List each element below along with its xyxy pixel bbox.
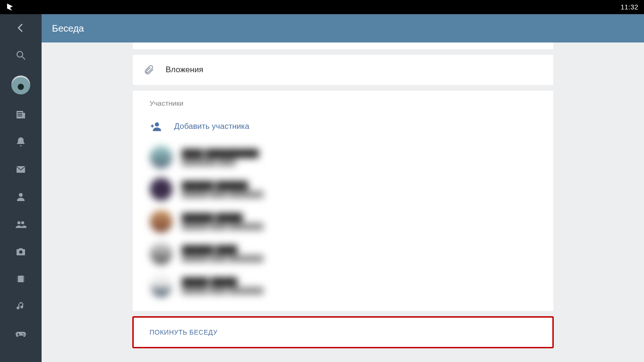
participant-row[interactable]: ██████ ████████████ ████ ████████ [148,173,538,205]
svg-point-24 [155,122,159,126]
avatar[interactable] [11,76,30,94]
back-button[interactable] [9,21,32,35]
svg-point-19 [24,280,25,281]
svg-rect-6 [17,166,25,173]
leave-card: ПОКИНУТЬ БЕСЕДУ [133,317,553,348]
paperclip-icon [143,64,155,76]
svg-rect-3 [17,112,22,113]
group-icon[interactable] [9,217,32,231]
attachments-card: Вложения [133,55,553,85]
attachments-row[interactable]: Вложения [133,55,553,85]
svg-point-10 [19,251,23,254]
participant-row[interactable]: ██████ ███████████ ████ ████████ [148,205,538,237]
status-bar: 11:32 [0,0,644,14]
svg-point-17 [24,277,25,278]
search-icon[interactable] [9,48,32,62]
mail-icon[interactable] [9,162,32,177]
svg-rect-5 [17,116,22,117]
person-add-icon [150,120,162,133]
header: Беседа [42,14,644,42]
attachments-label: Вложения [166,65,204,75]
person-icon[interactable] [9,190,32,204]
sidebar [0,14,42,362]
add-participant-label: Добавить участника [174,122,249,131]
svg-point-15 [17,278,18,279]
svg-rect-2 [23,113,25,118]
clock: 11:32 [620,3,638,11]
participants-title: Участники [143,99,543,107]
leave-conversation-button[interactable]: ПОКИНУТЬ БЕСЕДУ [150,328,218,336]
participant-row[interactable]: ██████ ██████████ ████ ████████ [148,237,538,269]
emulator-logo-icon [6,3,14,11]
music-icon[interactable] [9,299,32,313]
participant-row[interactable]: ████ ██████████████████ ████ [148,141,538,173]
svg-rect-4 [17,114,22,115]
svg-point-7 [19,193,23,197]
page-title: Беседа [52,23,84,34]
participant-row[interactable]: █████ ███████████ ████ ████████ [148,269,538,302]
svg-point-23 [23,334,24,335]
svg-point-0 [17,51,23,57]
svg-point-16 [17,280,18,281]
svg-rect-26 [152,125,153,128]
svg-point-22 [22,333,23,334]
add-participant-button[interactable]: Добавить участника [143,117,543,141]
svg-point-8 [17,221,20,224]
svg-point-9 [21,221,24,224]
news-icon[interactable] [9,108,32,122]
camera-icon[interactable] [9,244,32,259]
card-stub [133,42,553,49]
participants-card: Участники Добавить участника ████ ██████… [133,91,553,311]
svg-rect-21 [17,334,19,335]
bell-icon[interactable] [9,135,32,149]
participants-list: ████ ██████████████████ ████ ██████ ████… [143,141,543,306]
content-scroll[interactable]: Вложения Участники Добавить участника ██… [42,42,644,362]
video-icon[interactable] [9,272,32,286]
svg-point-14 [17,277,18,278]
gamepad-icon[interactable] [9,327,32,341]
svg-point-18 [24,278,25,279]
